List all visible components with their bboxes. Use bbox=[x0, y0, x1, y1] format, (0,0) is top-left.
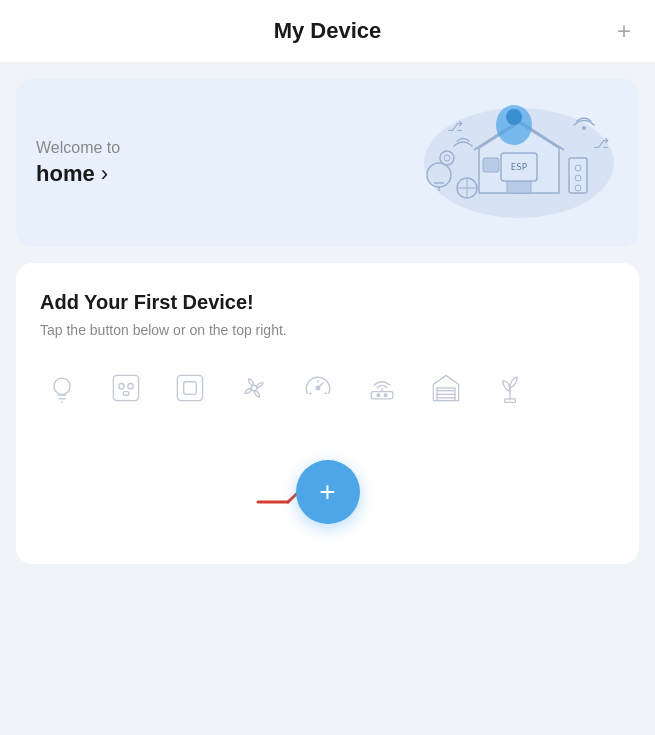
fan-icon bbox=[232, 366, 276, 410]
svg-point-6 bbox=[582, 126, 586, 130]
svg-text:ESP: ESP bbox=[511, 162, 528, 172]
light-bulb-icon bbox=[40, 366, 84, 410]
svg-point-35 bbox=[316, 386, 320, 390]
svg-rect-30 bbox=[123, 392, 128, 396]
page-title: My Device bbox=[274, 18, 382, 44]
main-content: Welcome to home ESP bbox=[0, 63, 655, 580]
add-device-subtitle: Tap the button below or on the top right… bbox=[40, 322, 287, 338]
header-add-button[interactable]: + bbox=[617, 19, 631, 43]
header: My Device + bbox=[0, 0, 655, 63]
svg-point-29 bbox=[128, 384, 133, 389]
add-button-area: + bbox=[40, 460, 615, 524]
svg-rect-27 bbox=[113, 375, 138, 400]
add-device-title: Add Your First Device! bbox=[40, 291, 254, 314]
svg-text:⎇: ⎇ bbox=[593, 136, 609, 151]
outlet-icon bbox=[104, 366, 148, 410]
svg-rect-39 bbox=[371, 392, 393, 399]
welcome-to-label: Welcome to bbox=[36, 139, 120, 157]
svg-rect-31 bbox=[177, 375, 202, 400]
home-link[interactable]: home bbox=[36, 161, 120, 187]
welcome-card: Welcome to home ESP bbox=[16, 79, 639, 247]
gauge-icon bbox=[296, 366, 340, 410]
garage-icon bbox=[424, 366, 468, 410]
add-device-button[interactable]: + bbox=[296, 460, 360, 524]
plant-icon bbox=[488, 366, 532, 410]
add-device-card: Add Your First Device! Tap the button be… bbox=[16, 263, 639, 564]
svg-point-28 bbox=[119, 384, 124, 389]
svg-point-33 bbox=[251, 385, 256, 390]
svg-rect-32 bbox=[184, 382, 197, 395]
device-icons-row bbox=[40, 366, 532, 410]
svg-point-41 bbox=[384, 394, 387, 397]
svg-text:⎇: ⎇ bbox=[447, 119, 463, 134]
smart-home-illustration: ESP ⎇ ⎇ bbox=[359, 103, 619, 223]
svg-point-40 bbox=[377, 394, 380, 397]
welcome-text-block: Welcome to home bbox=[36, 139, 120, 187]
router-icon bbox=[360, 366, 404, 410]
switch-icon bbox=[168, 366, 212, 410]
svg-point-20 bbox=[506, 109, 522, 125]
svg-rect-3 bbox=[483, 158, 499, 172]
svg-point-23 bbox=[54, 378, 70, 394]
